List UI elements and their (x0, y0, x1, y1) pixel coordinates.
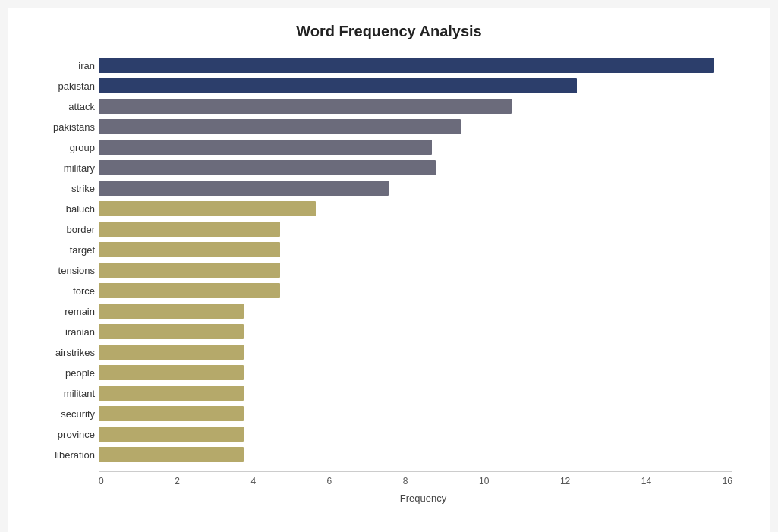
bar-label: pakistan (30, 80, 95, 92)
x-tick: 0 (99, 476, 104, 486)
bar-label: target (30, 244, 95, 256)
bar-label: remain (30, 306, 95, 317)
bar-label: force (30, 285, 95, 297)
bar (99, 386, 244, 401)
bar-row: target (99, 240, 732, 260)
bar-row: remain (99, 301, 732, 321)
chart-area: iranpakistanattackpakistansgroupmilitary… (30, 55, 748, 465)
bar-label: strike (30, 183, 95, 194)
x-tick: 2 (175, 476, 180, 486)
bar-row: military (99, 158, 732, 178)
x-tick: 14 (641, 476, 651, 486)
bar-label: province (30, 429, 95, 440)
bar-label: security (30, 408, 95, 420)
bar (99, 406, 244, 421)
bar (99, 365, 244, 380)
bar-label: baluch (30, 203, 95, 215)
bar-label: attack (30, 101, 95, 112)
bar-row: iran (99, 55, 732, 75)
x-tick: 6 (327, 476, 332, 486)
bar (99, 427, 244, 442)
bar (99, 78, 577, 93)
bar-label: border (30, 224, 95, 235)
bar-row: pakistan (99, 76, 732, 96)
bar (99, 222, 280, 237)
bar-row: iranian (99, 322, 732, 342)
bar-row: liberation (99, 445, 732, 464)
bar-label: military (30, 162, 95, 174)
bar (99, 283, 280, 298)
bar (99, 119, 461, 134)
chart-container: Word Frequency Analysis iranpakistanatta… (8, 8, 770, 532)
bar (99, 58, 714, 73)
bar-row: group (99, 137, 732, 157)
bar-label: people (30, 367, 95, 379)
bar-row: force (99, 281, 732, 301)
bar (99, 304, 244, 319)
x-tick: 4 (250, 476, 256, 486)
x-axis-label: Frequency (30, 493, 748, 504)
x-tick: 10 (479, 476, 489, 486)
bar-row: border (99, 219, 732, 239)
chart-title: Word Frequency Analysis (30, 23, 748, 40)
bar-label: militant (30, 388, 95, 399)
bar (99, 181, 389, 196)
bar (99, 140, 432, 155)
x-tick: 16 (723, 476, 732, 486)
bar-label: pakistans (30, 121, 95, 133)
bar-row: pakistans (99, 117, 732, 137)
bar (99, 201, 316, 216)
bar-row: strike (99, 178, 732, 198)
bar-row: militant (99, 383, 732, 403)
bar (99, 242, 280, 257)
x-tick: 12 (560, 476, 570, 486)
bar (99, 324, 244, 339)
bar-label: iran (30, 60, 95, 71)
bar-label: liberation (30, 449, 95, 461)
bar-row: baluch (99, 199, 732, 219)
bar-row: province (99, 424, 732, 444)
bar-row: tensions (99, 260, 732, 280)
bar-label: iranian (30, 326, 95, 338)
bar-row: attack (99, 96, 732, 116)
x-axis: 0246810121416 (99, 471, 732, 486)
x-axis-container: 0246810121416 (30, 471, 748, 486)
bar-label: tensions (30, 265, 95, 276)
bar (99, 160, 436, 175)
bar (99, 447, 244, 462)
bar-label: group (30, 142, 95, 153)
x-tick: 8 (403, 476, 408, 486)
bar (99, 345, 244, 360)
bar-row: people (99, 363, 732, 382)
bar (99, 263, 280, 278)
bar-row: airstrikes (99, 342, 732, 362)
bar-row: security (99, 404, 732, 423)
bar-label: airstrikes (30, 347, 95, 358)
bar (99, 99, 512, 114)
